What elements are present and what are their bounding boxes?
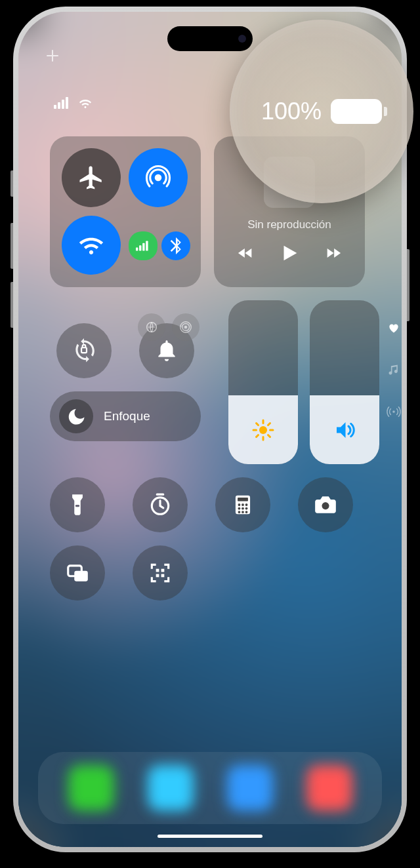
svg-rect-39 — [156, 569, 159, 572]
screen-mirroring-icon — [65, 561, 90, 585]
connectivity-page-indicator[interactable] — [386, 404, 402, 420]
hotspot-icon — [178, 320, 193, 334]
media-rewind-button[interactable] — [236, 244, 255, 265]
svg-rect-26 — [238, 498, 248, 502]
svg-point-32 — [245, 507, 248, 510]
link-icon — [144, 320, 159, 334]
connectivity-tile[interactable] — [50, 136, 201, 287]
media-forward-button[interactable] — [324, 244, 343, 265]
status-left — [54, 97, 93, 109]
bluetooth-button[interactable] — [161, 231, 190, 260]
antenna-icon — [387, 404, 401, 419]
hotspot-button[interactable] — [172, 313, 200, 341]
svg-rect-3 — [66, 97, 68, 109]
airdrop-button[interactable] — [129, 148, 188, 207]
svg-rect-38 — [74, 571, 88, 582]
wifi-icon — [77, 97, 93, 109]
svg-point-33 — [238, 511, 241, 513]
calculator-button[interactable] — [215, 477, 270, 532]
rewind-icon — [236, 244, 255, 262]
dock — [38, 752, 382, 824]
power-button[interactable] — [407, 249, 410, 321]
svg-rect-6 — [139, 245, 141, 250]
svg-rect-41 — [156, 574, 159, 578]
svg-point-34 — [242, 511, 244, 513]
camera-icon — [313, 492, 338, 517]
calculator-icon — [230, 492, 255, 517]
svg-rect-13 — [81, 347, 87, 353]
dock-app-1[interactable] — [68, 765, 114, 811]
svg-point-30 — [238, 507, 241, 510]
svg-rect-5 — [136, 247, 138, 250]
speaker-icon — [333, 418, 356, 442]
sun-icon — [251, 418, 275, 442]
svg-point-29 — [245, 503, 248, 506]
cellular-icon — [54, 97, 71, 109]
moon-icon-wrap — [59, 399, 93, 433]
wifi-icon — [77, 231, 105, 259]
heart-icon — [387, 321, 400, 334]
music-page-indicator[interactable] — [386, 362, 402, 378]
battery-icon — [331, 99, 382, 124]
phone-frame: Sin reproducción — [13, 7, 407, 852]
dock-app-3[interactable] — [227, 765, 273, 811]
svg-rect-0 — [54, 105, 56, 109]
svg-point-36 — [322, 502, 329, 509]
timer-icon — [148, 492, 173, 517]
camera-button[interactable] — [298, 477, 353, 532]
svg-point-27 — [238, 503, 241, 506]
volume-down-button[interactable] — [10, 282, 13, 328]
svg-point-31 — [242, 507, 244, 510]
svg-rect-7 — [142, 243, 144, 250]
svg-point-23 — [392, 410, 395, 413]
screen-mirroring-button[interactable] — [50, 545, 105, 601]
media-title: Sin reproducción — [247, 218, 331, 231]
rotation-lock-icon — [72, 338, 96, 363]
volume-up-button[interactable] — [10, 223, 13, 269]
brightness-slider[interactable] — [228, 300, 298, 464]
rotation-lock-button[interactable] — [56, 323, 112, 378]
action-button[interactable] — [10, 170, 13, 197]
media-play-button[interactable] — [278, 242, 301, 267]
airplane-mode-button[interactable] — [62, 148, 121, 207]
plus-icon — [45, 48, 60, 64]
bell-icon — [154, 338, 179, 363]
cellular-bluetooth-group — [129, 216, 190, 275]
svg-rect-8 — [146, 241, 148, 250]
add-control-button[interactable] — [45, 48, 60, 64]
svg-point-14 — [259, 426, 267, 434]
svg-point-4 — [155, 174, 162, 182]
battery-magnify-callout: 100% — [230, 20, 413, 203]
bluetooth-icon — [169, 237, 182, 254]
focus-button[interactable]: Enfoque — [50, 391, 201, 441]
volume-fill — [310, 395, 379, 464]
cellular-button[interactable] — [129, 231, 158, 260]
svg-line-20 — [268, 435, 270, 437]
cellular-bars-icon — [136, 241, 150, 251]
svg-rect-40 — [161, 569, 165, 572]
svg-rect-2 — [62, 100, 64, 109]
volume-slider[interactable] — [310, 300, 379, 464]
wifi-button[interactable] — [62, 216, 121, 275]
timer-button[interactable] — [133, 477, 188, 532]
svg-point-35 — [245, 511, 248, 513]
dock-app-2[interactable] — [148, 765, 194, 811]
favorites-page-indicator[interactable] — [386, 320, 402, 336]
vpn-button[interactable] — [138, 313, 165, 341]
flashlight-button[interactable] — [50, 477, 105, 532]
moon-icon — [66, 406, 86, 426]
forward-icon — [324, 244, 343, 262]
qr-scan-button[interactable] — [133, 545, 188, 601]
airdrop-icon — [144, 164, 172, 191]
play-icon — [278, 242, 301, 264]
svg-rect-42 — [161, 574, 165, 578]
svg-rect-1 — [58, 102, 60, 109]
airplane-icon — [77, 164, 105, 191]
svg-line-22 — [268, 423, 270, 425]
dock-app-4[interactable] — [306, 765, 352, 811]
brightness-fill — [228, 395, 298, 464]
dynamic-island[interactable] — [167, 26, 253, 51]
home-indicator[interactable] — [158, 835, 262, 838]
svg-point-28 — [242, 503, 244, 506]
battery-percent-label: 100% — [261, 98, 322, 125]
